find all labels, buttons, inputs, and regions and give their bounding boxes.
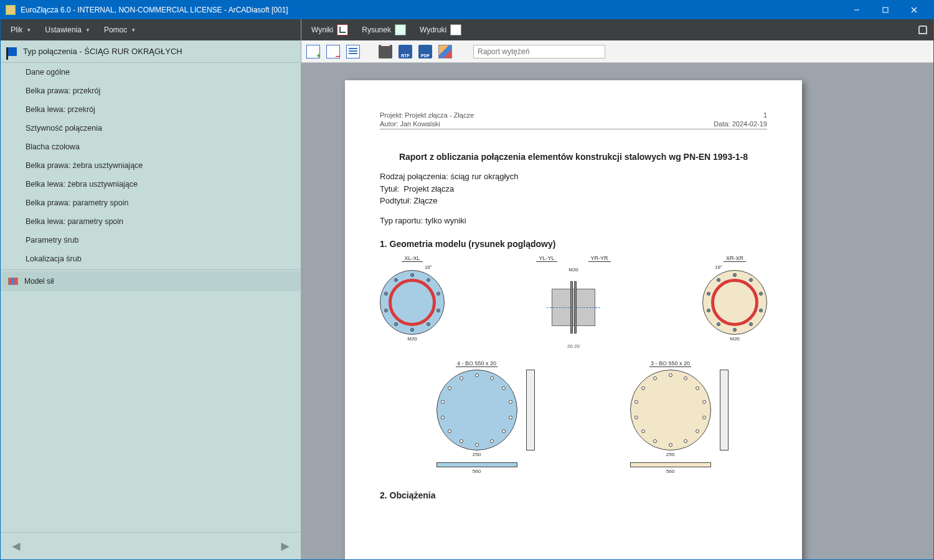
- author-line: Autor: Jan Kowalski: [380, 120, 474, 128]
- kind-value: ściąg rur okrągłych: [450, 172, 518, 181]
- type-value: tylko wyniki: [425, 216, 466, 225]
- view-xl-xl: XL-XL 18° M20: [380, 255, 445, 342]
- maximize-button[interactable]: [871, 1, 900, 19]
- window-buttons: [842, 1, 928, 19]
- menu-ustawienia[interactable]: Ustawienia ▼: [39, 22, 97, 38]
- report-search-input[interactable]: [473, 45, 605, 58]
- menu-rysunek-label: Rysunek: [362, 26, 391, 34]
- plate-left-label: 4 - BO 550 x 20: [456, 360, 498, 367]
- scale-label: 20 20: [567, 343, 580, 349]
- new-page-button[interactable]: [306, 45, 320, 58]
- dim-bar-right: [630, 462, 711, 467]
- page-header: Projekt: Projekt złącza - Złącze Autor: …: [380, 111, 767, 129]
- bolt-m20-mid: M20: [568, 267, 578, 273]
- nav-item-dane-ogolne[interactable]: Dane ogólne: [1, 63, 301, 82]
- nav-item-belka-lewa-zebra[interactable]: Belka lewa: żebra usztywniające: [1, 175, 301, 194]
- nav-item-belka-prawa-przekroj[interactable]: Belka prawa: przekrój: [1, 82, 301, 100]
- report-title: Raport z obliczania połączenia elementów…: [380, 152, 767, 162]
- dim-inner-left: 250: [473, 452, 481, 457]
- author-value: Jan Kowalski: [400, 120, 440, 128]
- lock-icon: [918, 26, 927, 34]
- date-value: 2024-02-19: [732, 120, 767, 128]
- view-xr-xr: XR-XR 18° M20: [702, 255, 767, 342]
- prev-arrow-icon[interactable]: ◄: [9, 538, 23, 554]
- subtitle-label: Podtytuł:: [380, 196, 412, 205]
- label-xrxr: XR-XR: [724, 255, 746, 262]
- results-icon: [337, 24, 348, 35]
- dim-bar-left: [436, 462, 517, 467]
- minimize-button[interactable]: [842, 1, 871, 19]
- remove-page-button[interactable]: [326, 45, 340, 58]
- flange-left: [380, 270, 445, 335]
- report-meta: Rodzaj połączenia: ściąg rur okrągłych T…: [380, 170, 767, 207]
- project-line: Projekt: Projekt złącza - Złącze: [380, 111, 474, 119]
- nav-item-belka-lewa-spoiny[interactable]: Belka lewa: parametry spoin: [1, 212, 301, 231]
- export-pdf-button[interactable]: PDF: [418, 45, 432, 58]
- nav-item-sztywnosc[interactable]: Sztywność połączenia: [1, 119, 301, 138]
- page-settings-button[interactable]: [346, 45, 360, 58]
- body: Plik ▼ Ustawienia ▼ Pomoc ▼ Typ połączen…: [1, 19, 933, 559]
- angle-right: 18°: [715, 264, 722, 270]
- app-icon: [6, 5, 16, 15]
- left-footer: ◄ ►: [1, 532, 301, 559]
- print-button[interactable]: [379, 45, 392, 58]
- report-page: Projekt: Projekt złącza - Złącze Autor: …: [345, 80, 802, 559]
- menu-plik-label: Plik: [11, 26, 22, 34]
- author-label: Autor:: [380, 120, 398, 128]
- close-button[interactable]: [900, 1, 928, 19]
- next-arrow-icon[interactable]: ►: [278, 538, 292, 554]
- dim-inner-right: 250: [666, 452, 674, 457]
- left-menubar: Plik ▼ Ustawienia ▼ Pomoc ▼: [1, 19, 301, 40]
- project-label: Projekt:: [380, 111, 403, 119]
- subtitle-value: Złącze: [413, 196, 437, 205]
- nav-item-model-sil[interactable]: Model sił: [1, 271, 301, 291]
- flag-icon: [8, 47, 17, 56]
- nav-item-blacha-czolowa[interactable]: Blacha czołowa: [1, 138, 301, 156]
- title-value: Projekt złącza: [403, 184, 454, 194]
- bolt-m20-2: M20: [730, 336, 740, 342]
- menu-pomoc[interactable]: Pomoc ▼: [98, 22, 142, 38]
- document-area[interactable]: Projekt: Projekt złącza - Złącze Autor: …: [301, 63, 933, 559]
- pdf-label: PDF: [421, 54, 430, 58]
- caret-icon: ▼: [85, 27, 90, 33]
- bolt-m20-1: M20: [407, 336, 417, 342]
- nav-header[interactable]: Typ połączenia - ŚCIĄG RUR OKRĄGŁYCH: [1, 40, 301, 63]
- section-2-heading: 2. Obciążenia: [380, 490, 767, 500]
- date-line: Data: 2024-02-19: [714, 120, 767, 128]
- drawings: XL-XL 18° M20 YL-YL: [380, 255, 767, 474]
- flange-right: [702, 270, 767, 335]
- report-type: Typ raportu: tylko wyniki: [380, 216, 767, 225]
- side-view: [552, 275, 595, 340]
- caret-icon: ▼: [131, 27, 136, 33]
- nav-item-belka-prawa-spoiny[interactable]: Belka prawa: parametry spoin: [1, 194, 301, 212]
- drawing-icon: [395, 24, 406, 35]
- menu-wyniki[interactable]: Wyniki: [305, 21, 354, 39]
- bottom-flange-left: [436, 370, 517, 450]
- type-label: Typ raportu:: [380, 216, 423, 225]
- right-menubar: Wyniki Rysunek Wydruki: [301, 19, 933, 40]
- section-1-heading: 1. Geometria modelu (rysunek poglądowy): [380, 239, 767, 249]
- menu-wydruki[interactable]: Wydruki: [413, 21, 468, 39]
- caret-icon: ▼: [26, 27, 31, 33]
- nav-separator: [1, 269, 301, 270]
- nav-item-belka-prawa-zebra[interactable]: Belka prawa: żebra usztywniające: [1, 156, 301, 175]
- label-ylyl: YL-YL: [536, 255, 557, 262]
- left-panel: Plik ▼ Ustawienia ▼ Pomoc ▼ Typ połączen…: [1, 19, 301, 559]
- kind-label: Rodzaj połączenia:: [380, 172, 448, 181]
- plate-right-label: 3 - BO 550 x 20: [649, 360, 691, 367]
- plate-right: 3 - BO 550 x 20 250 560: [630, 360, 711, 474]
- view-yl-yr: YL-YL YR-YR M20 20 20: [536, 255, 610, 349]
- export-image-button[interactable]: [438, 45, 452, 58]
- export-rtf-button[interactable]: RTF: [399, 45, 412, 58]
- model-icon: [8, 278, 18, 285]
- nav-item-parametry-srub[interactable]: Parametry śrub: [1, 231, 301, 250]
- dim-width-left: 560: [473, 469, 481, 474]
- menu-ustawienia-label: Ustawienia: [45, 26, 82, 34]
- menu-wyniki-label: Wyniki: [311, 26, 333, 34]
- menu-plik[interactable]: Plik ▼: [4, 22, 37, 38]
- menu-pomoc-label: Pomoc: [104, 26, 127, 34]
- menu-rysunek[interactable]: Rysunek: [356, 21, 412, 39]
- nav-item-lokalizacja-srub[interactable]: Lokalizacja śrub: [1, 250, 301, 268]
- angle-left: 18°: [425, 264, 432, 270]
- nav-item-belka-lewa-przekroj[interactable]: Belka lewa: przekrój: [1, 100, 301, 119]
